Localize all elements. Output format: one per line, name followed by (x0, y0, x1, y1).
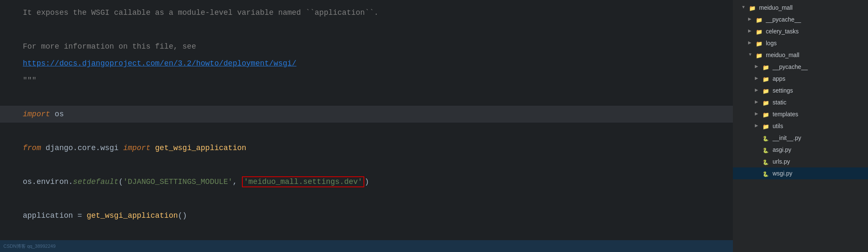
tree-item-meiduo-mall-root[interactable]: meiduo_mall (733, 2, 868, 14)
tree-item-templates[interactable]: templates (733, 108, 868, 120)
tree-label: apps (773, 75, 785, 82)
tree-item-static[interactable]: static (733, 96, 868, 108)
tree-label: static (773, 99, 787, 106)
line-content[interactable]: https://docs.djangoproject.com/en/3.2/ho… (21, 56, 296, 71)
code-line-setdefault: os.environ.setdefault('DJANGO_SETTINGS_M… (0, 173, 733, 190)
code-content: It exposes the WSGI callable as a module… (0, 0, 733, 228)
tree-item-pycache-1[interactable]: __pycache__ (733, 14, 868, 25)
tree-label: __pycache__ (766, 16, 801, 23)
tree-item-logs[interactable]: logs (733, 37, 868, 49)
folder-icon (762, 88, 770, 93)
line-content: For more information on this file, see (21, 39, 196, 54)
tree-label: celery_tasks (766, 28, 799, 35)
tree-item-asgi-py[interactable]: asgi.py (733, 144, 868, 156)
tree-arrow-icon (755, 147, 761, 153)
code-line: It exposes the WSGI callable as a module… (0, 4, 733, 21)
tree-item-init-py[interactable]: __init__.py (733, 132, 868, 144)
folder-icon (762, 99, 770, 105)
code-line: """ (0, 72, 733, 89)
tree-item-pycache-2[interactable]: __pycache__ (733, 61, 868, 73)
tree-item-wsgi-py[interactable]: wsgi.py (733, 167, 868, 179)
folder-icon (762, 123, 770, 129)
tree-arrow-icon (748, 16, 754, 22)
line-content: import os (21, 107, 64, 122)
code-line-application: application = get_wsgi_application() (0, 207, 733, 224)
tree-arrow-icon (755, 99, 761, 105)
folder-icon (756, 28, 763, 34)
tree-label: logs (766, 40, 777, 47)
python-file-icon (762, 159, 770, 164)
tree-arrow-icon (748, 52, 754, 58)
tree-item-celery-tasks[interactable]: celery_tasks (733, 25, 868, 37)
tree-label: meiduo_mall (766, 52, 799, 58)
python-file-icon (762, 135, 770, 141)
code-line (0, 156, 733, 173)
code-line-from-import: from django.core.wsgi import get_wsgi_ap… (0, 140, 733, 156)
line-content: os.environ.setdefault('DJANGO_SETTINGS_M… (21, 174, 369, 189)
folder-icon (756, 52, 763, 58)
folder-icon (756, 16, 763, 22)
tree-item-urls-py[interactable]: urls.py (733, 156, 868, 167)
code-line (0, 89, 733, 106)
tree-label: urls.py (773, 158, 790, 165)
folder-icon (756, 40, 763, 46)
tree-label: __pycache__ (773, 63, 808, 70)
line-content: application = get_wsgi_application() (21, 208, 187, 223)
line-content (21, 191, 27, 206)
tree-arrow-icon (755, 64, 761, 70)
code-line (0, 190, 733, 207)
line-content (21, 22, 27, 37)
python-file-icon (762, 170, 770, 176)
tree-label: templates (773, 111, 798, 118)
tree-arrow-icon (755, 111, 761, 117)
folder-icon (749, 5, 757, 11)
code-line-import-os: import os (0, 106, 733, 123)
code-line: For more information on this file, see (0, 38, 733, 55)
tree-arrow-icon (748, 40, 754, 46)
line-content: """ (21, 73, 36, 88)
tree-arrow-icon (741, 5, 747, 11)
folder-icon (762, 64, 770, 70)
line-content (21, 157, 27, 173)
tree-item-settings[interactable]: settings (733, 85, 868, 96)
watermark-text: CSDN博客 qq_38992249 (3, 243, 56, 249)
tree-arrow-icon (755, 135, 761, 141)
bottom-bar: CSDN博客 qq_38992249 (0, 240, 733, 252)
tree-arrow-icon (755, 88, 761, 93)
tree-arrow-icon (755, 76, 761, 82)
line-content: It exposes the WSGI callable as a module… (21, 5, 379, 20)
tree-label: wsgi.py (773, 170, 792, 177)
tree-item-apps[interactable]: apps (733, 73, 868, 85)
tree-item-meiduo-mall-inner[interactable]: meiduo_mall (733, 49, 868, 61)
tree-label: __init__.py (773, 134, 801, 141)
line-content: from django.core.wsgi import get_wsgi_ap… (21, 140, 246, 156)
line-content (21, 90, 27, 105)
tree-arrow-icon (755, 170, 761, 176)
tree-arrow-icon (755, 159, 761, 164)
python-file-icon (762, 147, 770, 153)
file-tree-panel: meiduo_mall __pycache__ celery_tasks log… (733, 0, 868, 252)
code-line (0, 123, 733, 140)
folder-icon (762, 111, 770, 117)
tree-arrow-icon (748, 28, 754, 34)
tree-label: asgi.py (773, 146, 791, 153)
tree-label: meiduo_mall (759, 4, 792, 11)
tree-item-utils[interactable]: utils (733, 120, 868, 132)
code-panel: It exposes the WSGI callable as a module… (0, 0, 733, 252)
tree-arrow-icon (755, 123, 761, 129)
code-line: https://docs.djangoproject.com/en/3.2/ho… (0, 55, 733, 72)
folder-icon (762, 76, 770, 82)
tree-label: utils (773, 123, 783, 129)
code-line (0, 21, 733, 38)
line-content (21, 123, 27, 139)
tree-label: settings (773, 87, 793, 94)
